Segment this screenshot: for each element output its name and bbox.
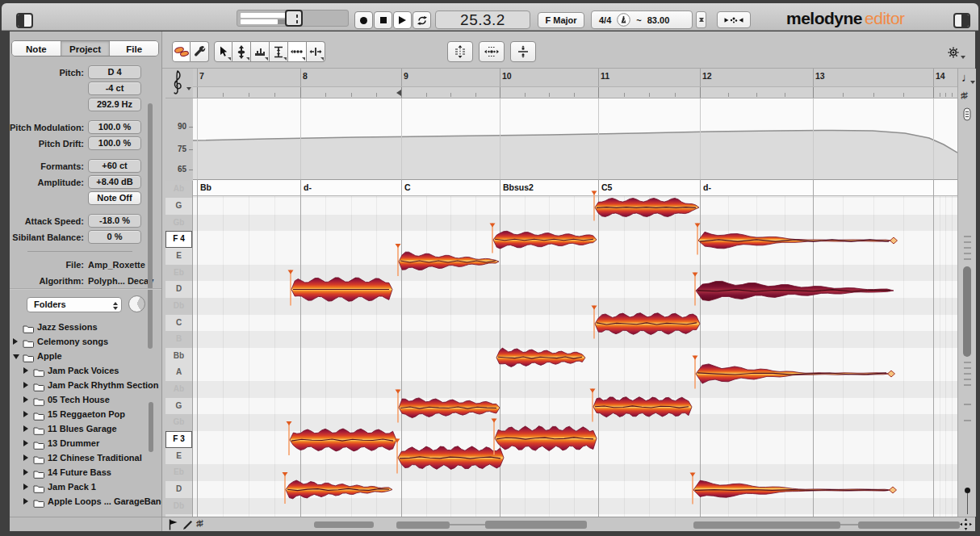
key-button[interactable]: F Major xyxy=(538,12,584,28)
disclosure-closed-icon[interactable] xyxy=(23,440,28,446)
pitch-label[interactable]: Eb xyxy=(165,464,192,481)
pitch-label[interactable]: Ab xyxy=(165,181,192,198)
list-item[interactable]: 11 Blues Garage xyxy=(10,421,161,436)
quantize-time-macro-button[interactable] xyxy=(479,41,505,62)
disclosure-closed-icon[interactable] xyxy=(23,382,28,388)
field-value[interactable]: 100.0 % xyxy=(88,120,141,134)
list-item[interactable]: Jam Pack 1 xyxy=(10,479,161,494)
disclosure-closed-icon[interactable] xyxy=(23,454,28,461)
play-button[interactable] xyxy=(393,11,412,29)
note-assignment-tool-button[interactable] xyxy=(191,41,209,62)
measure-ruler[interactable]: 7891011121314 xyxy=(193,69,957,87)
list-item[interactable]: Apple Loops ... GarageBand xyxy=(10,494,161,509)
field-value[interactable]: -4 ct xyxy=(88,82,141,95)
sidebar-toggle-right-icon[interactable] xyxy=(953,13,970,28)
browser-scrollbar[interactable] xyxy=(149,402,153,452)
pitch-label[interactable]: F 4 xyxy=(165,231,192,248)
pitch-label[interactable]: A xyxy=(165,364,192,381)
list-item[interactable]: Jazz Sessions xyxy=(10,320,161,334)
sidebar-toggle-left-icon[interactable] xyxy=(16,13,33,28)
disclosure-closed-icon[interactable] xyxy=(13,338,18,345)
editor-settings-button[interactable] xyxy=(948,47,965,61)
field-value[interactable]: D 4 xyxy=(88,65,141,79)
list-item[interactable]: Celemony songs xyxy=(10,334,161,349)
field-value[interactable]: 100.0 % xyxy=(88,136,141,150)
disclosure-closed-icon[interactable] xyxy=(23,396,28,403)
time-handle-tool-button[interactable] xyxy=(307,41,325,62)
correct-pitch-macro-button[interactable] xyxy=(447,41,473,62)
note-blob-E4[interactable] xyxy=(399,252,499,270)
position-display[interactable]: 25.3.2 xyxy=(435,10,530,29)
level-amplitude-macro-button[interactable] xyxy=(510,41,536,62)
note-off-button[interactable]: Note Off xyxy=(88,191,141,205)
list-item[interactable]: Jam Pack Rhythm Section xyxy=(10,378,161,392)
list-item[interactable]: 12 Chinese Traditional xyxy=(10,450,161,465)
double-sharp-bottom-icon[interactable]: ♯♯ xyxy=(196,518,202,528)
pitch-label[interactable]: D xyxy=(165,281,192,298)
pen-icon[interactable] xyxy=(182,519,193,534)
disclosure-closed-icon[interactable] xyxy=(23,498,28,505)
tempo-stepper[interactable] xyxy=(696,11,706,28)
arrow-tool-button[interactable] xyxy=(214,41,232,62)
field-value[interactable]: 0 % xyxy=(88,230,141,244)
pitch-label[interactable]: Bb xyxy=(165,348,192,365)
record-button[interactable] xyxy=(354,11,373,29)
pitch-label[interactable]: G xyxy=(165,398,192,415)
timing-tool-button[interactable] xyxy=(288,41,307,62)
pitch-label[interactable]: D xyxy=(165,481,192,498)
beat-tick-strip[interactable] xyxy=(193,87,957,98)
field-value[interactable]: +60 ct xyxy=(88,159,141,173)
pitch-label[interactable]: F 3 xyxy=(165,431,192,448)
field-value[interactable]: 292.9 Hz xyxy=(88,98,141,111)
disclosure-open-icon[interactable] xyxy=(13,354,19,359)
metronome-icon[interactable] xyxy=(617,13,630,27)
cycle-button[interactable] xyxy=(413,11,431,29)
main-tool-button[interactable] xyxy=(172,41,191,62)
list-item[interactable]: 05 Tech House xyxy=(10,392,161,407)
list-item[interactable]: 13 Drummer xyxy=(10,436,161,450)
tempo-curve[interactable] xyxy=(193,98,957,179)
list-item[interactable]: Apple xyxy=(10,349,161,363)
pitch-label[interactable]: G xyxy=(165,198,192,215)
pitch-ruler[interactable]: AbGGbF 4EEbDDbCBBbAAbGGbF 3EEbDDbC xyxy=(165,181,193,517)
disclosure-closed-icon[interactable] xyxy=(23,411,28,417)
pitch-tool-button[interactable] xyxy=(232,41,251,62)
amplitude-tool-button[interactable] xyxy=(270,41,288,62)
progress-knob[interactable] xyxy=(128,295,145,312)
autostretch-button[interactable] xyxy=(717,11,751,28)
disclosure-closed-icon[interactable] xyxy=(23,425,28,432)
pitch-label[interactable]: Ab xyxy=(165,381,192,398)
pitch-label[interactable]: E xyxy=(165,248,192,265)
clef-cell[interactable] xyxy=(165,69,193,98)
disclosure-closed-icon[interactable] xyxy=(23,469,28,475)
zoom-star-icon[interactable] xyxy=(960,518,972,534)
pitch-label[interactable]: Db xyxy=(165,498,192,515)
disclosure-closed-icon[interactable] xyxy=(23,367,28,374)
field-value[interactable]: -18.0 % xyxy=(88,214,141,228)
double-sharp-icon[interactable]: ♯♯ xyxy=(961,90,966,100)
tempo-group[interactable]: 4/4 ~ 83.00 xyxy=(591,10,693,29)
pitch-label[interactable]: B xyxy=(165,331,192,348)
list-item[interactable]: 14 Future Bass xyxy=(10,465,161,479)
overview-scroll-slider[interactable] xyxy=(237,10,349,27)
list-item[interactable]: Jam Pack Voices xyxy=(10,363,161,378)
folders-dropdown[interactable]: Folders xyxy=(27,297,122,312)
pitch-label[interactable]: Db xyxy=(165,298,192,315)
quarter-note-icon[interactable]: ♩ xyxy=(961,70,974,84)
pitch-label[interactable]: Eb xyxy=(165,265,192,282)
scale-snap-icon[interactable] xyxy=(963,107,971,124)
stop-button[interactable] xyxy=(374,11,392,29)
pitch-label[interactable]: E xyxy=(165,448,192,465)
vertical-scrollbar[interactable] xyxy=(963,266,971,357)
field-value[interactable]: +8.40 dB xyxy=(88,175,141,189)
note-blob-D3[interactable] xyxy=(693,480,891,497)
list-item[interactable]: 15 Reggaeton Pop xyxy=(10,407,161,421)
slider-thumb[interactable] xyxy=(285,10,303,27)
formant-tool-button[interactable] xyxy=(251,41,270,62)
tempo-value[interactable]: 83.00 xyxy=(647,15,670,25)
pitch-label[interactable]: C xyxy=(165,315,192,332)
flag-icon[interactable] xyxy=(169,519,178,534)
zoom-slider-handle[interactable] xyxy=(965,488,970,493)
disclosure-closed-icon[interactable] xyxy=(23,484,28,490)
pitch-label[interactable]: Gb xyxy=(165,414,192,431)
